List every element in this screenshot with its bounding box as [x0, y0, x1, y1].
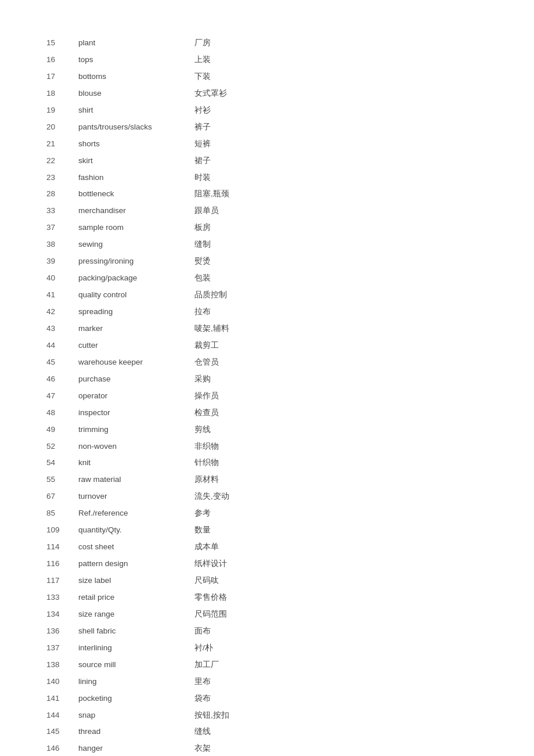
- list-item: 43marker唛架,辅料: [46, 321, 488, 337]
- list-item: 134size range尺码范围: [46, 606, 488, 623]
- item-chinese: 厂房: [194, 37, 211, 50]
- item-chinese: 里布: [194, 675, 211, 689]
- list-item: 45warehouse keeper仓管员: [46, 354, 488, 371]
- item-chinese: 流失,变动: [194, 490, 229, 503]
- list-item: 55raw material原材料: [46, 471, 488, 488]
- item-chinese: 剪线: [194, 423, 211, 437]
- item-number: 49: [46, 423, 78, 437]
- list-item: 114cost sheet成本单: [46, 539, 488, 556]
- item-number: 109: [46, 524, 78, 537]
- item-number: 55: [46, 473, 78, 487]
- list-item: 17bottoms下装: [46, 69, 488, 85]
- item-english: shell fabric: [78, 625, 194, 638]
- item-chinese: 参考: [194, 507, 211, 520]
- item-chinese: 包装: [194, 272, 211, 285]
- item-number: 134: [46, 608, 78, 621]
- item-english: skirt: [78, 154, 194, 168]
- item-chinese: 面布: [194, 625, 211, 638]
- item-chinese: 尺码范围: [194, 608, 227, 621]
- list-item: 140lining里布: [46, 674, 488, 690]
- item-english: merchandiser: [78, 204, 194, 218]
- list-item: 16tops上装: [46, 52, 488, 69]
- item-english: tops: [78, 53, 194, 67]
- item-chinese: 缝制: [194, 238, 211, 251]
- item-english: pattern design: [78, 557, 194, 571]
- item-english: marker: [78, 322, 194, 336]
- item-chinese: 衬/朴: [194, 642, 213, 655]
- item-chinese: 衬衫: [194, 104, 211, 117]
- item-number: 37: [46, 221, 78, 235]
- item-number: 44: [46, 339, 78, 352]
- item-english: size range: [78, 608, 194, 621]
- item-number: 116: [46, 557, 78, 571]
- list-item: 146hanger衣架: [46, 740, 488, 756]
- item-english: knit: [78, 456, 194, 470]
- item-chinese: 袋布: [194, 692, 211, 705]
- item-chinese: 熨烫: [194, 255, 211, 268]
- list-item: 46purchase采购: [46, 371, 488, 388]
- item-english: non-woven: [78, 440, 194, 453]
- item-english: thread: [78, 725, 194, 739]
- item-english: pants/trousers/slacks: [78, 121, 194, 134]
- item-english: blouse: [78, 87, 194, 100]
- list-item: 117size label尺码呔: [46, 573, 488, 589]
- item-number: 54: [46, 456, 78, 470]
- item-chinese: 时装: [194, 171, 211, 185]
- item-chinese: 成本单: [194, 541, 219, 554]
- item-chinese: 板房: [194, 221, 211, 235]
- item-chinese: 衣架: [194, 742, 211, 755]
- list-item: 21shorts短裤: [46, 136, 488, 153]
- list-item: 85Ref./reference参考: [46, 505, 488, 522]
- item-number: 137: [46, 642, 78, 655]
- list-item: 133retail price零售价格: [46, 589, 488, 606]
- item-number: 117: [46, 574, 78, 588]
- item-number: 85: [46, 507, 78, 520]
- item-english: cost sheet: [78, 541, 194, 554]
- item-number: 136: [46, 625, 78, 638]
- list-item: 22skirt裙子: [46, 153, 488, 170]
- list-item: 33merchandiser跟单员: [46, 203, 488, 219]
- item-english: spreading: [78, 305, 194, 319]
- item-number: 67: [46, 490, 78, 503]
- list-item: 52non-woven非织物: [46, 438, 488, 455]
- item-english: size label: [78, 574, 194, 588]
- list-item: 49trimming剪线: [46, 422, 488, 438]
- list-item: 48inspector检查员: [46, 405, 488, 422]
- list-item: 44cutter裁剪工: [46, 337, 488, 354]
- item-number: 21: [46, 138, 78, 151]
- item-number: 23: [46, 171, 78, 185]
- item-number: 19: [46, 104, 78, 117]
- item-english: inspector: [78, 406, 194, 420]
- item-chinese: 下装: [194, 70, 211, 84]
- item-english: cutter: [78, 339, 194, 352]
- list-item: 138source mill加工厂: [46, 657, 488, 674]
- list-item: 144snap按钮,按扣: [46, 707, 488, 724]
- item-number: 42: [46, 305, 78, 319]
- item-english: purchase: [78, 373, 194, 386]
- list-item: 145thread缝线: [46, 723, 488, 740]
- list-item: 39pressing/ironing熨烫: [46, 253, 488, 270]
- item-number: 39: [46, 255, 78, 268]
- list-item: 137interlining衬/朴: [46, 640, 488, 657]
- item-number: 18: [46, 87, 78, 100]
- item-number: 15: [46, 37, 78, 50]
- item-number: 38: [46, 238, 78, 251]
- item-english: plant: [78, 37, 194, 50]
- list-item: 141pocketing袋布: [46, 690, 488, 707]
- item-number: 20: [46, 121, 78, 134]
- item-chinese: 裁剪工: [194, 339, 219, 352]
- item-number: 144: [46, 709, 78, 722]
- list-item: 40packing/package包装: [46, 270, 488, 287]
- item-chinese: 原材料: [194, 473, 219, 487]
- item-english: pocketing: [78, 692, 194, 705]
- item-english: raw material: [78, 473, 194, 487]
- item-number: 40: [46, 272, 78, 285]
- list-item: 42spreading拉布: [46, 304, 488, 321]
- list-item: 67turnover流失,变动: [46, 488, 488, 505]
- item-english: retail price: [78, 591, 194, 604]
- item-chinese: 缝线: [194, 725, 211, 739]
- item-english: Ref./reference: [78, 507, 194, 520]
- item-english: quantity/Qty.: [78, 524, 194, 537]
- item-chinese: 女式罩衫: [194, 87, 227, 100]
- item-chinese: 尺码呔: [194, 574, 219, 588]
